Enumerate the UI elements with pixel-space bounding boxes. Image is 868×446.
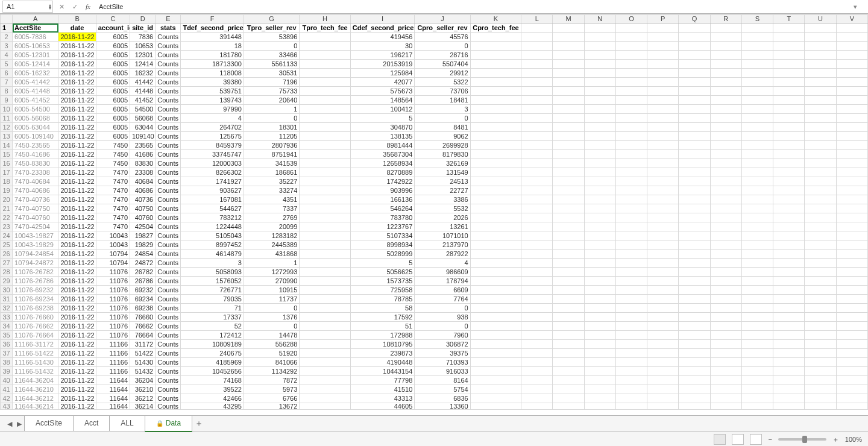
cell[interactable] — [805, 222, 836, 231]
cell[interactable]: Counts — [156, 186, 181, 195]
cell[interactable] — [647, 349, 679, 358]
cell[interactable] — [647, 60, 679, 69]
cell[interactable]: 2016-11-22 — [58, 313, 96, 322]
cell[interactable]: 3386 — [415, 195, 470, 204]
cell[interactable]: 28716 — [415, 51, 470, 60]
cell[interactable]: 11076-69238 — [13, 304, 58, 313]
cell[interactable]: 11166-51432 — [13, 367, 58, 376]
cell[interactable]: 8164 — [415, 376, 470, 385]
cell[interactable] — [836, 177, 867, 186]
cell[interactable] — [584, 177, 615, 186]
cell[interactable] — [679, 177, 710, 186]
cell[interactable] — [470, 304, 521, 313]
cell[interactable] — [805, 259, 836, 268]
cell[interactable] — [300, 367, 350, 376]
cell[interactable] — [679, 96, 710, 105]
cell[interactable] — [553, 259, 584, 268]
row-header-26[interactable]: 26 — [1, 250, 13, 259]
cell[interactable] — [615, 376, 647, 385]
cell[interactable] — [300, 78, 350, 87]
cell[interactable]: Counts — [156, 87, 181, 96]
cell[interactable]: 75733 — [244, 87, 299, 96]
cell[interactable] — [615, 87, 647, 96]
cell[interactable]: 53896 — [244, 33, 299, 42]
cell[interactable] — [773, 295, 805, 304]
cell[interactable]: Counts — [156, 268, 181, 277]
cell[interactable] — [521, 358, 553, 367]
cell[interactable] — [300, 51, 350, 60]
cell[interactable]: Counts — [156, 277, 181, 286]
cell[interactable] — [470, 159, 521, 168]
cell[interactable]: 2016-11-22 — [58, 186, 96, 195]
cell[interactable] — [584, 132, 615, 141]
cell[interactable]: 76660 — [130, 313, 156, 322]
cell[interactable]: 5322 — [415, 78, 470, 87]
cell[interactable] — [584, 349, 615, 358]
cell[interactable]: 1573735 — [350, 277, 415, 286]
cell[interactable] — [615, 313, 647, 322]
cell[interactable]: 8459379 — [181, 141, 244, 150]
cell[interactable] — [300, 403, 350, 410]
cell[interactable]: 69232 — [130, 286, 156, 295]
cell[interactable]: 2016-11-22 — [58, 286, 96, 295]
cell[interactable] — [470, 322, 521, 331]
cell[interactable]: 56068 — [130, 114, 156, 123]
cell[interactable]: 7470-40750 — [13, 204, 58, 213]
cell[interactable] — [521, 159, 553, 168]
cell[interactable] — [679, 33, 710, 42]
cell[interactable]: 42466 — [181, 394, 244, 403]
cell[interactable] — [710, 159, 741, 168]
cell[interactable] — [300, 60, 350, 69]
cell[interactable]: 7836 — [130, 33, 156, 42]
column-header-S[interactable]: S — [741, 14, 773, 24]
column-header-B[interactable]: B — [58, 14, 96, 24]
cell[interactable] — [470, 204, 521, 213]
cell[interactable]: 240675 — [181, 349, 244, 358]
cell[interactable]: 41452 — [130, 96, 156, 105]
cell[interactable] — [584, 141, 615, 150]
cell[interactable]: 10443154 — [350, 367, 415, 376]
cell[interactable]: 2016-11-22 — [58, 349, 96, 358]
cell[interactable]: Counts — [156, 195, 181, 204]
cell[interactable]: Counts — [156, 42, 181, 51]
cell[interactable]: 6005 — [96, 132, 130, 141]
cell[interactable]: 8981444 — [350, 141, 415, 150]
cell[interactable] — [773, 87, 805, 96]
cell[interactable] — [300, 385, 350, 394]
cell[interactable] — [836, 195, 867, 204]
cell[interactable] — [805, 78, 836, 87]
cell[interactable]: 5105043 — [181, 231, 244, 240]
cell[interactable] — [647, 367, 679, 376]
cell[interactable]: 0 — [415, 304, 470, 313]
cell[interactable] — [470, 213, 521, 222]
cell[interactable]: 6005 — [96, 33, 130, 42]
cell[interactable] — [300, 177, 350, 186]
cell[interactable] — [470, 195, 521, 204]
cell[interactable] — [773, 168, 805, 177]
cell[interactable]: 903996 — [350, 186, 415, 195]
row-header-16[interactable]: 16 — [1, 159, 13, 168]
cell[interactable] — [584, 87, 615, 96]
cell[interactable] — [773, 177, 805, 186]
header-cell[interactable]: Cdef_second_price — [350, 24, 415, 33]
cell[interactable] — [470, 141, 521, 150]
row-header-9[interactable]: 9 — [1, 96, 13, 105]
cell[interactable] — [647, 403, 679, 410]
cell[interactable] — [710, 168, 741, 177]
cell[interactable] — [710, 60, 741, 69]
column-header-P[interactable]: P — [647, 14, 679, 24]
header-cell[interactable]: Tpro_tech_fee — [300, 24, 350, 33]
cell[interactable]: 35687304 — [350, 150, 415, 159]
cell[interactable] — [773, 96, 805, 105]
cell[interactable] — [773, 259, 805, 268]
row-header-3[interactable]: 3 — [1, 42, 13, 51]
cell[interactable] — [773, 24, 805, 33]
zoom-out-button[interactable]: − — [768, 436, 772, 443]
cell[interactable]: 2016-11-22 — [58, 159, 96, 168]
cell[interactable] — [836, 403, 867, 410]
cell[interactable]: Counts — [156, 259, 181, 268]
cell[interactable] — [836, 367, 867, 376]
cell[interactable]: 10794 — [96, 250, 130, 259]
cell[interactable]: 3 — [415, 105, 470, 114]
cell[interactable] — [553, 186, 584, 195]
